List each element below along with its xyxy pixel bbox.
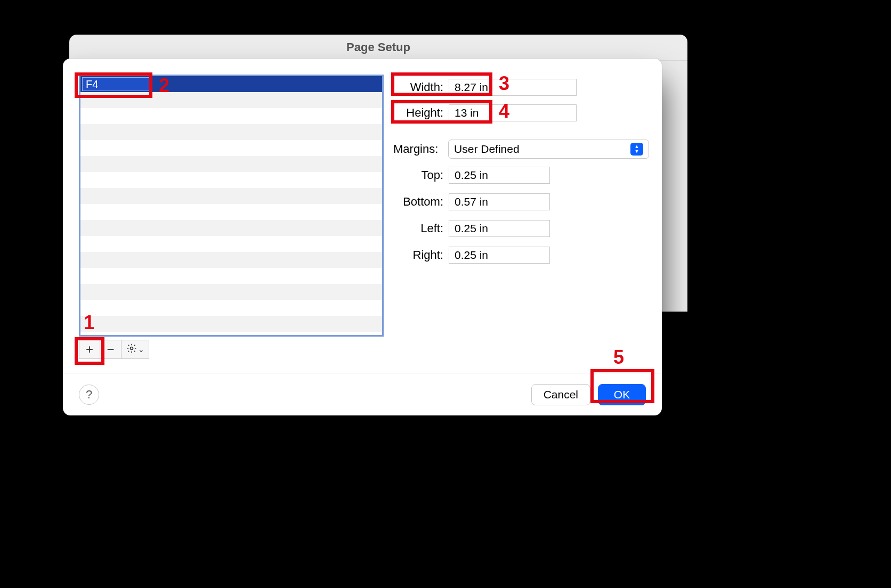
margin-top-input[interactable] (449, 167, 550, 184)
margins-preset-select[interactable]: User Defined ▲▼ (448, 140, 649, 159)
margin-bottom-row: Bottom: (393, 189, 649, 215)
sheet-footer: ? Cancel OK (63, 373, 662, 415)
list-item[interactable] (80, 268, 382, 284)
list-item[interactable] (80, 220, 382, 236)
height-label: Height: (393, 106, 449, 120)
gear-icon (126, 342, 137, 357)
list-item[interactable] (80, 284, 382, 300)
page-setup-sheet: + − ⌄ Width: Height: (63, 59, 662, 415)
list-toolbar: + − ⌄ (79, 340, 149, 359)
list-item[interactable] (80, 76, 382, 92)
margin-bottom-input[interactable] (449, 193, 550, 210)
sheet-content: + − ⌄ Width: Height: (79, 75, 646, 415)
list-item[interactable] (80, 316, 382, 332)
remove-paper-button[interactable]: − (100, 340, 122, 359)
margin-left-label: Left: (393, 222, 449, 235)
margin-top-label: Top: (393, 168, 449, 182)
window-title: Page Setup (69, 35, 687, 61)
height-row: Height: (393, 100, 649, 126)
svg-point-0 (130, 347, 133, 350)
minus-icon: − (107, 342, 114, 357)
cancel-button[interactable]: Cancel (531, 384, 590, 405)
list-item[interactable] (80, 140, 382, 156)
question-mark-icon: ? (86, 388, 92, 402)
chevron-down-icon: ⌄ (138, 345, 144, 354)
width-label: Width: (393, 80, 449, 94)
plus-icon: + (86, 342, 93, 357)
list-item[interactable] (80, 188, 382, 204)
width-input[interactable] (449, 79, 577, 96)
margin-bottom-label: Bottom: (393, 195, 449, 209)
margin-right-label: Right: (393, 248, 449, 262)
list-item[interactable] (80, 204, 382, 220)
width-row: Width: (393, 75, 649, 100)
margin-left-input[interactable] (449, 220, 550, 237)
paper-size-list[interactable] (79, 75, 384, 337)
list-item[interactable] (80, 92, 382, 108)
help-button[interactable]: ? (79, 385, 99, 405)
list-item[interactable] (80, 124, 382, 140)
add-paper-button[interactable]: + (79, 340, 100, 359)
margins-label: Margins: (393, 142, 443, 156)
list-item[interactable] (80, 252, 382, 268)
margin-top-row: Top: (393, 162, 649, 189)
list-item[interactable] (80, 156, 382, 172)
margin-right-row: Right: (393, 242, 649, 268)
margins-preset-value: User Defined (454, 143, 520, 156)
paper-name-input[interactable] (83, 78, 150, 91)
margins-row: Margins: User Defined ▲▼ (393, 136, 649, 162)
list-item[interactable] (80, 108, 382, 124)
margin-left-row: Left: (393, 215, 649, 242)
updown-arrows-icon: ▲▼ (630, 143, 643, 156)
paper-actions-menu[interactable]: ⌄ (122, 340, 149, 359)
margin-right-input[interactable] (449, 247, 550, 264)
list-item[interactable] (80, 236, 382, 252)
list-item[interactable] (80, 172, 382, 188)
ok-button[interactable]: OK (598, 384, 646, 405)
fields-panel: Width: Height: Margins: User Defined ▲▼ (393, 75, 649, 268)
height-input[interactable] (449, 104, 577, 121)
list-item[interactable] (80, 300, 382, 316)
